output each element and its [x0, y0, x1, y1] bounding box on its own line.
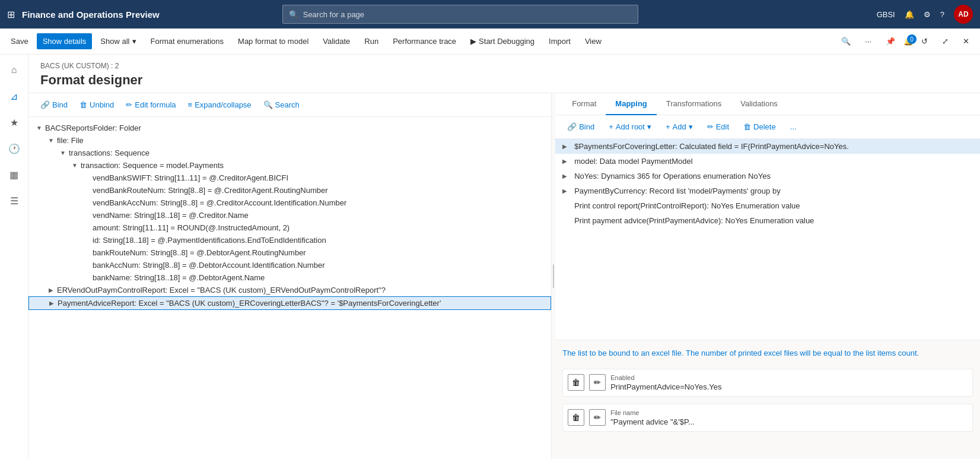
tree-item[interactable]: ▼transactions: Sequence [28, 147, 551, 159]
edit-mapping-button[interactable]: ✏ Edit [702, 120, 734, 134]
tree-item-label: vendBankSWIFT: String[11..11] = @.Credit… [93, 173, 546, 182]
filename-label: File name [610, 409, 968, 416]
expand-icon: ≡ [188, 100, 193, 109]
tree-toggle-icon[interactable]: ▶ [45, 287, 57, 293]
delete-mapping-button[interactable]: 🗑 Delete [739, 120, 781, 134]
breadcrumb: BACS (UK CUSTOM) : 2 [40, 62, 968, 70]
tree-item[interactable]: bankRouteNum: String[8..8] = @.DebtorAge… [28, 246, 551, 259]
tree-item[interactable]: bankName: String[18..18] = @.DebtorAgent… [28, 271, 551, 284]
show-all-label: Show all [100, 37, 129, 46]
validate-button[interactable]: Validate [317, 33, 356, 49]
mapping-item[interactable]: ▶NoYes: Dynamics 365 for Operations enum… [555, 169, 980, 183]
tree-item-label: file: File [57, 136, 546, 145]
run-button[interactable]: Run [358, 33, 384, 49]
expand-collapse-button[interactable]: ≡ Expand/collapse [183, 98, 256, 112]
mapping-item[interactable]: ▶$PaymentsForCoveringLetter: Calculated … [555, 139, 980, 154]
more-button[interactable]: ··· [859, 33, 877, 49]
tree-item[interactable]: ▶ERVendOutPaymControlReport: Excel = "BA… [28, 284, 551, 296]
refresh-button[interactable]: ↺ [915, 33, 934, 49]
search-icon: 🔍 [289, 10, 298, 19]
add-button[interactable]: + Add ▾ [661, 120, 698, 134]
tree-item[interactable]: bankAccNum: String[8..8] = @.DebtorAccou… [28, 259, 551, 271]
tree-item[interactable]: vendName: String[18..18] = @.Creditor.Na… [28, 209, 551, 221]
global-search[interactable]: 🔍 Search for a page [282, 5, 638, 24]
pinned-button[interactable]: 📌 [880, 33, 901, 49]
settings-icon[interactable]: ⚙ [924, 10, 931, 19]
close-button[interactable]: ✕ [957, 33, 975, 49]
mapping-item-label: NoYes: Dynamics 365 for Operations enume… [574, 172, 973, 181]
delete-filename-icon[interactable]: 🗑 [568, 409, 584, 426]
add-root-button[interactable]: + Add root ▾ [604, 120, 656, 134]
search-tree-button[interactable]: 🔍 Search [259, 98, 304, 112]
notification-badge[interactable]: 🔔 0 [903, 37, 913, 46]
maximize-button[interactable]: ⤢ [936, 33, 954, 49]
tree-item-label: vendBankRouteNum: String[8..8] = @.Credi… [93, 186, 546, 195]
sidebar-favorites[interactable]: ★ [4, 112, 25, 133]
mapping-item[interactable]: ▶PaymentByCurrency: Record list 'model/P… [555, 183, 980, 198]
tree-toggle-icon[interactable]: ▶ [46, 300, 58, 306]
tree-toggle-icon[interactable]: ▼ [57, 150, 69, 156]
tree-item[interactable]: id: String[18..18] = @.PaymentIdentifica… [28, 234, 551, 246]
sidebar-calendar[interactable]: ▦ [4, 164, 25, 185]
mapping-expand-icon[interactable]: ▶ [562, 188, 574, 194]
tab-mapping[interactable]: Mapping [606, 93, 656, 115]
edit-filename-icon[interactable]: ✏ [589, 409, 606, 426]
sidebar-list[interactable]: ☰ [4, 190, 25, 211]
start-debugging-button[interactable]: ▶ Start Debugging [464, 33, 540, 49]
notification-icon[interactable]: 🔔 [905, 10, 914, 19]
save-button[interactable]: Save [5, 33, 34, 49]
mapping-item[interactable]: Print payment advice(PrintPaymentAdvice)… [555, 213, 980, 228]
edit-formula-button[interactable]: ✏ Edit formula [121, 98, 180, 112]
performance-trace-button[interactable]: Performance trace [387, 33, 462, 49]
sidebar-filter[interactable]: ⊿ [4, 86, 25, 107]
tree-item[interactable]: vendBankRouteNum: String[8..8] = @.Credi… [28, 184, 551, 197]
trash-icon-mapping: 🗑 [743, 122, 751, 131]
show-all-button[interactable]: Show all ▾ [94, 33, 142, 49]
tree-item[interactable]: vendBankAccNum: String[8..8] = @.Credito… [28, 197, 551, 209]
view-button[interactable]: View [579, 33, 607, 49]
tab-validations[interactable]: Validations [731, 93, 787, 115]
tree-item-label: vendName: String[18..18] = @.Creditor.Na… [93, 211, 546, 220]
top-bar: ⊞ Finance and Operations Preview 🔍 Searc… [0, 0, 980, 29]
show-details-button[interactable]: Show details [37, 33, 93, 49]
unbind-button[interactable]: 🗑 Unbind [75, 98, 119, 112]
grid-icon[interactable]: ⊞ [7, 9, 15, 20]
mapping-item[interactable]: Print control report(PrintControlReport)… [555, 198, 980, 213]
tab-transformations[interactable]: Transformations [657, 93, 731, 115]
page-header: BACS (UK CUSTOM) : 2 Format designer [28, 55, 980, 93]
tree-item[interactable]: ▶PaymentAdviceReport: Excel = "BACS (UK … [28, 296, 551, 310]
sidebar-home[interactable]: ⌂ [4, 59, 25, 81]
search-cmd-button[interactable]: 🔍 [835, 33, 857, 49]
mapping-item[interactable]: ▶model: Data model PaymentModel [555, 154, 980, 169]
tree-item[interactable]: ▼transaction: Sequence = model.Payments [28, 159, 551, 172]
pencil-icon: ✏ [126, 100, 132, 109]
tree-toggle-icon[interactable]: ▼ [45, 137, 57, 144]
resize-handle[interactable] [552, 93, 555, 459]
tab-format[interactable]: Format [562, 93, 606, 115]
tree-toggle-icon[interactable]: ▼ [69, 162, 81, 169]
tree-item[interactable]: ▼BACSReportsFolder: Folder [28, 122, 551, 134]
panel-tabs: Format Mapping Transformations Validatio… [555, 93, 980, 115]
tree-item[interactable]: vendBankSWIFT: String[11..11] = @.Credit… [28, 172, 551, 184]
main-layout: ⌂ ⊿ ★ 🕐 ▦ ☰ BACS (UK CUSTOM) : 2 Format … [0, 55, 980, 459]
command-bar-right: 🔍 ··· 📌 🔔 0 ↺ ⤢ ✕ [835, 33, 975, 49]
delete-enabled-icon[interactable]: 🗑 [568, 374, 584, 391]
mapping-bind-button[interactable]: 🔗 Bind [562, 120, 599, 134]
tree-item[interactable]: ▼file: File [28, 134, 551, 147]
avatar[interactable]: AD [954, 5, 973, 24]
help-icon[interactable]: ? [940, 10, 944, 19]
sidebar-recent[interactable]: 🕐 [4, 138, 25, 159]
debug-icon: ▶ [470, 37, 476, 46]
search-placeholder: Search for a page [303, 10, 364, 19]
more-mapping-button[interactable]: ... [785, 120, 801, 134]
tree-item[interactable]: amount: String[11..11] = ROUND(@.Instruc… [28, 221, 551, 234]
map-format-button[interactable]: Map format to model [232, 33, 314, 49]
mapping-expand-icon[interactable]: ▶ [562, 173, 574, 179]
bind-button[interactable]: 🔗 Bind [36, 98, 72, 112]
tree-toggle-icon[interactable]: ▼ [33, 125, 45, 131]
format-enumerations-button[interactable]: Format enumerations [145, 33, 230, 49]
mapping-expand-icon[interactable]: ▶ [562, 143, 574, 150]
import-button[interactable]: Import [543, 33, 577, 49]
edit-enabled-icon[interactable]: ✏ [589, 374, 606, 391]
mapping-expand-icon[interactable]: ▶ [562, 158, 574, 164]
